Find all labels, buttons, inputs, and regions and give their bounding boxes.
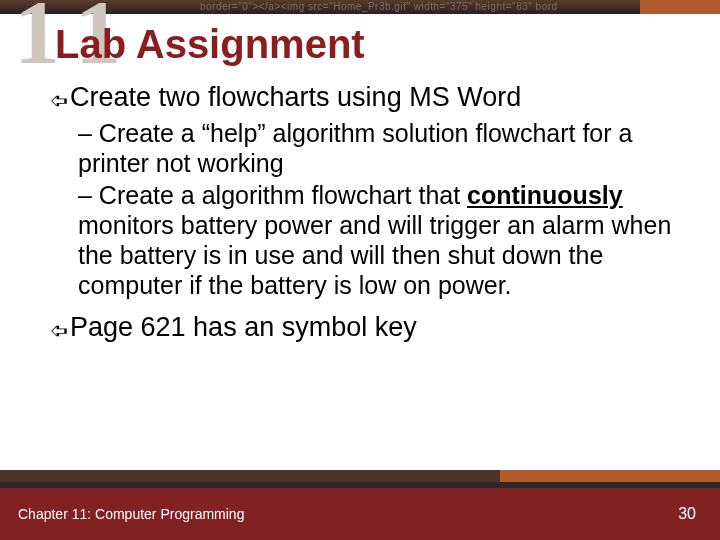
bullet-level1: ➪Page 621 has an symbol key <box>50 312 680 344</box>
bullet-level1: ➪Create two flowcharts using MS Word <box>50 82 680 114</box>
slide-title: Lab Assignment <box>55 22 365 67</box>
bold-underline-text: continuously <box>467 181 623 209</box>
bullet-text: Page 621 has an symbol key <box>70 312 417 342</box>
bullet-text: monitors battery power and will trigger … <box>78 211 671 299</box>
bullet-text: Create a algorithm flowchart that <box>99 181 467 209</box>
bullet-text: Create two flowcharts using MS Word <box>70 82 521 112</box>
footer-chapter-label: Chapter 11: Computer Programming <box>18 506 244 522</box>
bullet-level2: Create a “help” algorithm solution flowc… <box>78 118 680 178</box>
slide: border="0"></a><img src="Home_Pr3b.gif" … <box>0 0 720 540</box>
slide-body: ➪Create two flowcharts using MS Word Cre… <box>50 82 680 348</box>
bullet-level2: Create a algorithm flowchart that contin… <box>78 180 680 300</box>
footer-bar: Chapter 11: Computer Programming 30 <box>0 488 720 540</box>
arrow-left-icon: ➪ <box>50 318 68 344</box>
arrow-left-icon: ➪ <box>50 88 68 114</box>
page-number: 30 <box>678 505 696 523</box>
